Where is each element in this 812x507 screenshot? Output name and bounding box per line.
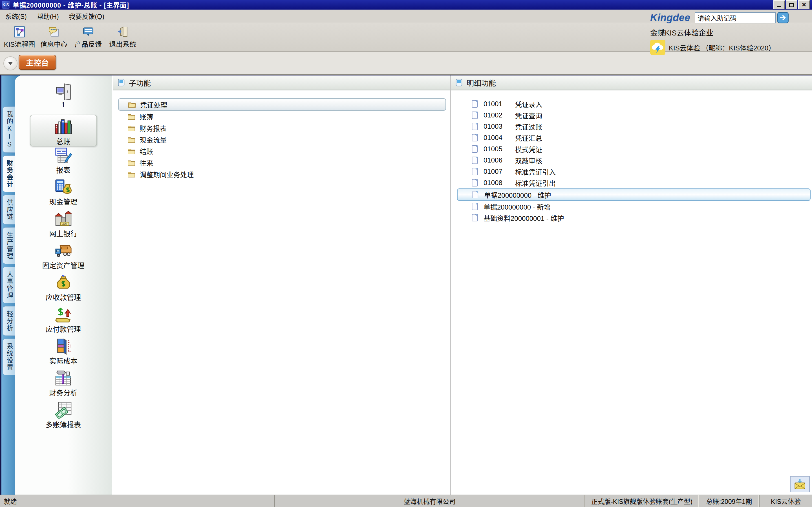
module-item-1[interactable]: 总账 (30, 115, 97, 147)
toolbar-button-1[interactable]: 信息中心 (37, 22, 71, 49)
subfunction-row-5[interactable]: 往来 (113, 157, 450, 168)
detail-row-4[interactable]: 01005模式凭证 (451, 144, 812, 155)
mnemonic-input[interactable] (695, 12, 776, 23)
module-item-2[interactable]: 报表 (30, 147, 97, 178)
status-company: 蓝海机械有限公司 (275, 495, 585, 507)
app-icon: KIS (2, 1, 10, 9)
exit-icon (117, 26, 129, 38)
monitor-icon (55, 83, 72, 100)
detail-row-label: 双敲审核 (515, 156, 542, 165)
side-tab-0[interactable]: 我的KIS (3, 107, 16, 153)
feedback-icon (82, 26, 94, 38)
module-label: 实际成本 (49, 355, 77, 365)
detail-row-label: 基础资料200000001 - 维护 (484, 213, 564, 223)
doc-icon (470, 145, 484, 153)
minimize-icon (777, 6, 781, 7)
subfunction-row-3[interactable]: 现金流量 (113, 134, 450, 145)
detail-row-label: 凭证录入 (515, 99, 542, 109)
detail-row-code: 01007 (484, 168, 515, 175)
side-tab-3[interactable]: 生产管理 (3, 227, 16, 264)
menu-item-0[interactable]: 系统(S) (5, 11, 27, 21)
payable-icon (55, 305, 72, 323)
module-item-3[interactable]: 现金管理 (30, 178, 97, 210)
module-item-4[interactable]: Bank网上银行 (30, 210, 97, 242)
side-tab-2[interactable]: 供应链 (3, 195, 16, 224)
doc-icon (470, 202, 484, 211)
detail-row-label: 标准凭证引出 (515, 178, 556, 188)
detail-row-0[interactable]: 01001凭证录入 (451, 98, 812, 110)
module-label: 应付款管理 (46, 324, 81, 334)
module-item-5[interactable]: 固定资产管理 (30, 242, 97, 274)
status-ready: 就绪 (0, 495, 275, 507)
detail-row-5[interactable]: 01006双敲审核 (451, 155, 812, 166)
account-name: KIS云体验 （昵称：KIS体验2020） (669, 43, 775, 52)
detail-row-6[interactable]: 01007标准凭证引入 (451, 166, 812, 177)
module-item-9[interactable]: 财务分析 (30, 369, 97, 401)
menu-item-2[interactable]: 我要反馈(Q) (69, 11, 104, 21)
subfunction-row-label: 账簿 (140, 112, 153, 121)
module-item-6[interactable]: 应收款管理 (30, 274, 97, 305)
detail-row-8[interactable]: 单据200000000 - 维护 (457, 188, 811, 201)
subfunction-row-label: 往来 (140, 158, 153, 168)
flowchart-icon (13, 26, 26, 38)
folder-icon (127, 135, 140, 144)
detail-row-7[interactable]: 01008标准凭证引出 (451, 177, 812, 188)
detail-row-10[interactable]: 基础资料200000001 - 维护 (451, 212, 812, 223)
cloud-icon (650, 40, 669, 55)
detail-row-9[interactable]: 单据200000000 - 新增 (451, 201, 812, 212)
truck-icon (55, 242, 72, 260)
minimize-button[interactable] (773, 0, 785, 9)
module-item-8[interactable]: 实际成本 (30, 337, 97, 369)
module-label: 现金管理 (49, 196, 77, 207)
restore-button[interactable] (786, 0, 797, 9)
side-tab-4[interactable]: 人事管理 (3, 267, 16, 303)
toolbar-button-3[interactable]: 退出系统 (105, 22, 140, 49)
doc-icon (470, 167, 484, 176)
message-button[interactable] (790, 476, 810, 492)
module-label: 总账 (56, 136, 70, 146)
folder-icon (127, 147, 140, 156)
subfunction-row-label: 调整期间业务处理 (140, 169, 194, 179)
doc-icon (470, 133, 484, 142)
side-tab-1[interactable]: 财务会计 (3, 156, 16, 192)
subfunction-row-1[interactable]: 账簿 (113, 111, 450, 122)
go-button[interactable] (777, 12, 789, 23)
module-item-0[interactable]: 1 (30, 83, 97, 115)
detail-row-label: 单据200000000 - 维护 (484, 190, 551, 200)
subfunction-row-6[interactable]: 调整期间业务处理 (113, 168, 450, 180)
module-label: 网上银行 (49, 228, 77, 238)
folder-icon (127, 170, 140, 179)
side-tab-5[interactable]: 轻分析 (3, 306, 16, 336)
detail-row-label: 凭证汇总 (515, 133, 542, 143)
module-label: 1 (61, 101, 65, 109)
subfunction-row-2[interactable]: 财务报表 (113, 122, 450, 134)
toolbar-button-2[interactable]: 产品反馈 (71, 22, 105, 49)
subfunction-row-4[interactable]: 结账 (113, 145, 450, 157)
subfunction-panel: 子功能 凭证处理账簿财务报表现金流量结账往来调整期间业务处理 (113, 75, 450, 495)
toolbar-button-label: 信息中心 (40, 39, 67, 49)
toolbar-button-label: KIS流程图 (4, 39, 35, 49)
close-button[interactable]: × (798, 0, 810, 9)
detail-row-2[interactable]: 01003凭证过账 (451, 121, 812, 132)
subfunction-row-0[interactable]: 凭证处理 (118, 98, 446, 111)
module-item-7[interactable]: 应付款管理 (30, 305, 97, 337)
tab-strip: 主控台 (0, 52, 812, 75)
toolbar-button-0[interactable]: KIS流程图 (2, 22, 37, 49)
subfunction-row-label: 现金流量 (140, 135, 167, 145)
detail-row-code: 01005 (484, 145, 515, 153)
go-arrow-icon (777, 12, 789, 23)
detail-row-code: 01002 (484, 111, 515, 119)
tab-console[interactable]: 主控台 (18, 55, 56, 70)
detail-list: 01001凭证录入01002凭证查询01003凭证过账01004凭证汇总0100… (451, 91, 812, 223)
detail-header: 明细功能 (451, 75, 812, 91)
detail-row-1[interactable]: 01002凭证查询 (451, 110, 812, 121)
tab-dropdown-button[interactable] (3, 56, 17, 70)
envelope-icon (794, 479, 806, 490)
side-tab-6[interactable]: 系统设置 (3, 339, 16, 375)
module-item-10[interactable]: 多账簿报表 (30, 401, 97, 433)
module-label: 多账簿报表 (46, 419, 81, 429)
title-bar: KIS 单据200000000 - 维护-总账 - [主界面] × (0, 0, 812, 10)
analysis-icon (55, 369, 72, 387)
detail-row-3[interactable]: 01004凭证汇总 (451, 132, 812, 144)
menu-item-1[interactable]: 帮助(H) (37, 11, 59, 21)
